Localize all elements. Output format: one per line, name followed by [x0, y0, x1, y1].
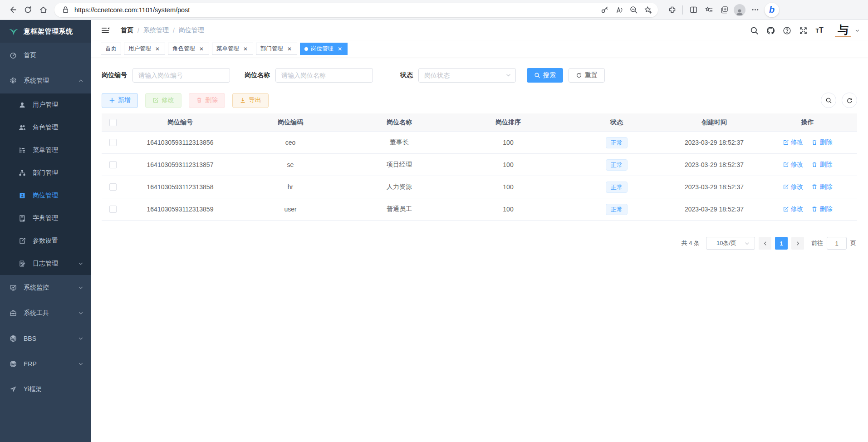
breadcrumb-item[interactable]: 岗位管理 [179, 26, 204, 34]
user-avatar[interactable]: 与 [835, 24, 860, 37]
tab-close-icon[interactable]: ✕ [286, 46, 293, 52]
github-icon[interactable] [762, 22, 779, 39]
avatar-caret-icon [855, 28, 860, 33]
cell-post-name: 人力资源 [345, 183, 454, 191]
tab-岗位管理[interactable]: 岗位管理 ✕ [300, 43, 348, 55]
help-icon[interactable] [779, 22, 795, 39]
row-delete-link[interactable]: 删除 [811, 161, 832, 169]
bing-chat-icon[interactable]: b [763, 2, 781, 18]
chevron-down-icon [78, 261, 83, 266]
sidebar-collapse-icon[interactable] [101, 25, 111, 35]
next-page-button[interactable] [791, 237, 804, 250]
tab-close-icon[interactable]: ✕ [242, 46, 249, 52]
delete-button[interactable]: 删除 [189, 93, 225, 108]
sidebar-item-ERP[interactable]: ERP [0, 351, 91, 377]
sidebar-item-用户管理[interactable]: 用户管理 [0, 93, 91, 116]
tab-用户管理[interactable]: 用户管理 ✕ [124, 43, 165, 55]
cell-post-id: 1641030593112313856 [124, 139, 236, 146]
sidebar-item-岗位管理[interactable]: 岗位管理 [0, 184, 91, 207]
browser-home-icon[interactable] [35, 2, 51, 18]
sidebar-item-系统管理[interactable]: 系统管理 [0, 68, 91, 93]
favorite-star-icon[interactable] [641, 3, 655, 17]
browser-menu-icon[interactable] [747, 2, 763, 18]
fullscreen-icon[interactable] [795, 22, 811, 39]
read-aloud-icon[interactable] [612, 3, 626, 17]
sidebar-item-菜单管理[interactable]: 菜单管理 [0, 139, 91, 162]
row-delete-link[interactable]: 删除 [811, 183, 832, 191]
gear-icon [9, 77, 17, 85]
cell-created-time: 2023-03-29 18:52:37 [671, 139, 758, 146]
tab-close-icon[interactable]: ✕ [337, 46, 343, 52]
row-edit-link[interactable]: 修改 [783, 161, 804, 169]
dashboard-icon [9, 51, 17, 59]
globe-icon [9, 360, 17, 368]
cell-operations: 修改 删除 [758, 138, 857, 147]
reset-button[interactable]: 重置 [569, 68, 605, 83]
address-bar[interactable]: https://ccnetcore.com:1101/system/post [54, 3, 658, 17]
menu-icon [18, 146, 26, 154]
status-select[interactable] [418, 68, 516, 83]
export-button[interactable]: 导出 [232, 93, 269, 108]
status-select-input[interactable] [418, 68, 516, 83]
row-delete-link[interactable]: 删除 [811, 138, 832, 147]
browser-back-icon[interactable] [5, 2, 20, 18]
tab-actions-icon[interactable] [716, 2, 732, 18]
split-screen-icon[interactable] [686, 2, 701, 18]
toolbar-divider [682, 5, 683, 15]
modify-button[interactable]: 修改 [145, 93, 181, 108]
post-code-input[interactable] [132, 68, 230, 83]
page-number-1[interactable]: 1 [775, 237, 788, 250]
zoom-out-icon[interactable] [626, 3, 641, 17]
add-button[interactable]: 新增 [102, 93, 138, 108]
total-count: 共 4 条 [682, 239, 700, 247]
app-logo[interactable]: 意框架管理系统 [0, 20, 91, 43]
url-text[interactable]: https://ccnetcore.com:1101/system/post [74, 6, 597, 14]
select-all-checkbox[interactable] [109, 119, 117, 126]
header-search-icon[interactable] [746, 22, 762, 39]
sidebar-item-参数设置[interactable]: 参数设置 [0, 230, 91, 252]
page-size-select[interactable]: 10条/页 [706, 237, 755, 250]
post-name-input[interactable] [275, 68, 373, 83]
row-checkbox[interactable] [109, 183, 117, 191]
row-edit-link[interactable]: 修改 [783, 138, 804, 147]
prev-page-button[interactable] [759, 237, 771, 250]
password-key-icon[interactable] [597, 3, 612, 17]
collections-icon[interactable] [701, 2, 716, 18]
table-header-row: 岗位编号岗位编码岗位名称岗位排序状态创建时间操作 [102, 113, 857, 132]
font-size-icon[interactable]: тT [811, 22, 828, 39]
sidebar-item-系统工具[interactable]: 系统工具 [0, 300, 91, 326]
extensions-icon[interactable] [664, 2, 680, 18]
search-button[interactable]: 搜索 [527, 68, 563, 83]
sidebar-item-系统监控[interactable]: 系统监控 [0, 275, 91, 300]
tab-菜单管理[interactable]: 菜单管理 ✕ [212, 43, 253, 55]
sidebar-item-Yi框架[interactable]: Yi框架 [0, 377, 91, 402]
row-checkbox[interactable] [109, 161, 117, 168]
cell-created-time: 2023-03-29 18:52:37 [671, 183, 758, 191]
row-checkbox[interactable] [109, 206, 117, 213]
row-delete-link[interactable]: 删除 [811, 205, 832, 213]
browser-profile-avatar[interactable] [732, 2, 747, 18]
tab-close-icon[interactable]: ✕ [198, 46, 205, 52]
tab-首页[interactable]: 首页 [101, 43, 121, 55]
table-search-toggle-icon[interactable] [821, 93, 836, 108]
tab-角色管理[interactable]: 角色管理 ✕ [168, 43, 209, 55]
row-edit-link[interactable]: 修改 [783, 205, 804, 213]
log-icon [18, 260, 26, 268]
sidebar-item-日志管理[interactable]: 日志管理 [0, 252, 91, 275]
breadcrumb-item[interactable]: 系统管理 [143, 26, 169, 34]
sidebar-item-首页[interactable]: 首页 [0, 43, 91, 68]
breadcrumb-separator: / [137, 27, 139, 34]
tab-部门管理[interactable]: 部门管理 ✕ [256, 43, 297, 55]
sidebar-item-BBS[interactable]: BBS [0, 326, 91, 351]
goto-page-input[interactable] [827, 237, 847, 250]
table-refresh-icon[interactable] [842, 93, 857, 108]
browser-refresh-icon[interactable] [20, 2, 35, 18]
sidebar-item-部门管理[interactable]: 部门管理 [0, 162, 91, 184]
sidebar-item-角色管理[interactable]: 角色管理 [0, 116, 91, 139]
edit-icon [18, 237, 26, 245]
users-icon [18, 123, 26, 132]
row-edit-link[interactable]: 修改 [783, 183, 804, 191]
tab-close-icon[interactable]: ✕ [154, 46, 161, 52]
row-checkbox[interactable] [109, 139, 117, 146]
sidebar-item-字典管理[interactable]: 字典管理 [0, 207, 91, 230]
